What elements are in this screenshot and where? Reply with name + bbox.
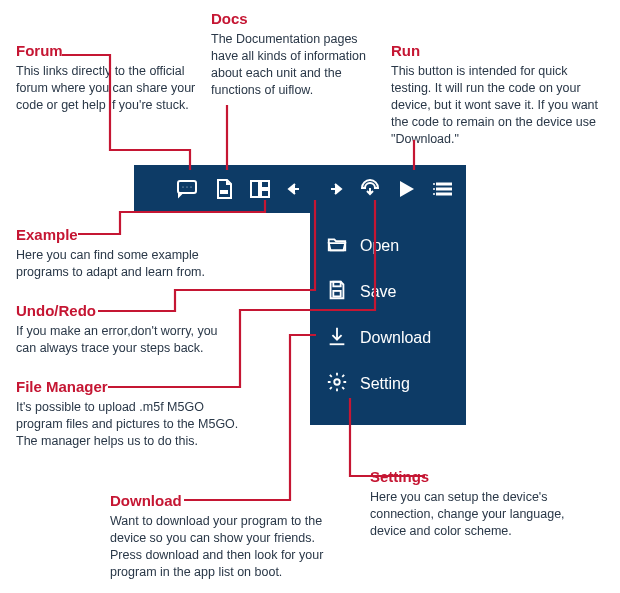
callout-body: This links directly to the official foru… [16,63,211,114]
toolbar-panel: Open Save Download Setting [134,165,466,213]
callout-title: Download [110,492,350,509]
svg-rect-7 [261,190,269,197]
svg-point-2 [187,187,188,188]
undo-icon[interactable] [284,175,311,203]
run-icon[interactable] [393,175,420,203]
svg-point-11 [433,183,435,185]
callout-filemanager: File Manager It's possible to upload .m5… [16,378,246,450]
menu-icon[interactable] [430,175,457,203]
menu-label: Open [360,237,399,255]
callout-body: Here you can find some example programs … [16,247,226,281]
menu-label: Setting [360,375,410,393]
menu-item-setting[interactable]: Setting [310,361,466,407]
menu-label: Download [360,329,431,347]
callout-body: This button is intended for quick testin… [391,63,606,147]
callout-body: It's possible to upload .m5f M5GO progra… [16,399,246,450]
svg-point-3 [191,187,192,188]
save-icon [326,279,348,305]
callout-title: Docs [211,10,386,27]
gear-icon [326,371,348,397]
file-manager-icon[interactable] [357,175,384,203]
svg-point-13 [433,193,435,195]
svg-rect-5 [251,181,259,197]
callout-body: Here you can setup the device's connecti… [370,489,585,540]
toolbar [134,165,466,213]
callout-title: Run [391,42,606,59]
svg-rect-4 [220,190,228,194]
svg-point-12 [433,188,435,190]
callout-title: Example [16,226,226,243]
callout-settings: Settings Here you can setup the device's… [370,468,585,540]
menu-item-open[interactable]: Open [310,223,466,269]
callout-body: Want to download your program to the dev… [110,513,350,581]
menu-label: Save [360,283,396,301]
callout-body: If you make an error,don't worry, you ca… [16,323,236,357]
redo-icon[interactable] [320,175,347,203]
dropdown-menu: Open Save Download Setting [310,213,466,425]
callout-title: Forum [16,42,211,59]
svg-rect-14 [333,282,340,287]
forum-icon[interactable] [174,175,201,203]
svg-point-1 [183,187,184,188]
callout-docs: Docs The Documentation pages have all ki… [211,10,386,99]
svg-rect-15 [333,291,340,297]
example-icon[interactable] [247,175,274,203]
callout-example: Example Here you can find some example p… [16,226,226,281]
menu-item-download[interactable]: Download [310,315,466,361]
callout-download: Download Want to download your program t… [110,492,350,581]
callout-title: Settings [370,468,585,485]
svg-rect-6 [261,181,269,188]
callout-forum: Forum This links directly to the officia… [16,42,211,114]
callout-run: Run This button is intended for quick te… [391,42,606,147]
callout-body: The Documentation pages have all kinds o… [211,31,386,99]
callout-title: Undo/Redo [16,302,236,319]
svg-point-16 [334,379,340,385]
callout-undoredo: Undo/Redo If you make an error,don't wor… [16,302,236,357]
callout-title: File Manager [16,378,246,395]
docs-icon[interactable] [211,175,238,203]
menu-item-save[interactable]: Save [310,269,466,315]
download-icon [326,325,348,351]
open-icon [326,233,348,259]
